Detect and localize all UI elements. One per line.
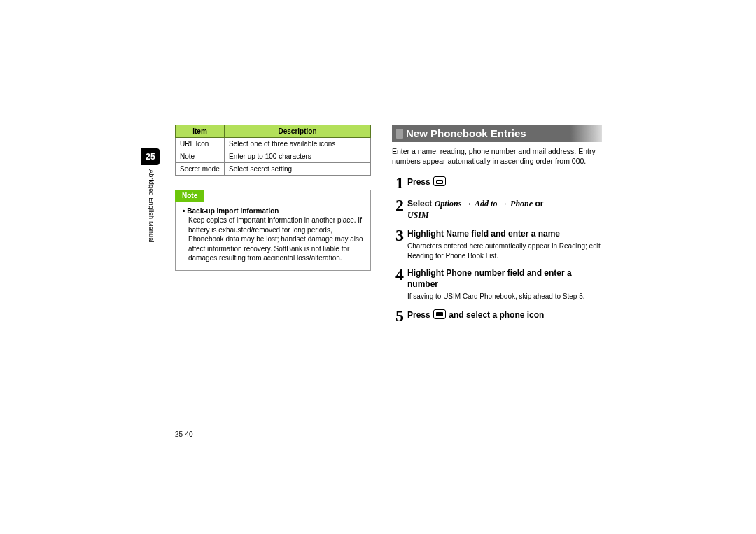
note-body-text: Keep copies of important information in …: [188, 216, 363, 263]
step-number: 5: [392, 307, 407, 324]
cell-desc: Select secret setting: [225, 163, 371, 176]
step-sub: If saving to USIM Card Phonebook, skip a…: [407, 292, 602, 302]
step-text: Press: [407, 310, 433, 320]
cell-item: Note: [176, 150, 225, 163]
arrow-icon: →: [497, 199, 510, 209]
chapter-tab: 25: [141, 148, 160, 165]
table-row: URL Icon Select one of three available i…: [176, 138, 371, 150]
step-4: 4 Highlight Phone number field and enter…: [392, 266, 602, 302]
step-1: 1 Press: [392, 174, 602, 191]
cell-item: Secret mode: [176, 163, 225, 176]
note-box: Note Back-up Import Information Keep cop…: [175, 190, 371, 271]
menu-option: USIM: [407, 210, 429, 220]
step-5: 5 Press and select a phone icon: [392, 307, 602, 324]
left-column: Item Description URL Icon Select one of …: [175, 125, 371, 271]
step-number: 3: [392, 227, 407, 244]
step-head: Press: [407, 176, 602, 188]
step-head: Highlight Phone number field and enter a…: [407, 268, 602, 290]
menu-option: Phone: [510, 199, 533, 209]
step-text: Select: [407, 199, 435, 209]
menu-option: Options: [435, 199, 462, 209]
section-header: New Phonebook Entries: [392, 125, 602, 142]
center-key-icon: [433, 309, 446, 319]
right-column: New Phonebook Entries Enter a name, read…: [392, 125, 602, 330]
arrow-icon: →: [461, 199, 475, 209]
step-text: and select a phone icon: [447, 310, 544, 320]
step-text: Press: [407, 177, 433, 187]
note-bullet-title: Back-up Import Information: [183, 206, 363, 216]
table-row: Secret mode Select secret setting: [176, 163, 371, 176]
th-item: Item: [176, 125, 225, 138]
step-number: 4: [392, 266, 407, 283]
cell-desc: Enter up to 100 characters: [225, 150, 371, 163]
menu-option: Add to: [475, 199, 497, 209]
side-label: Abridged English Manual: [148, 169, 155, 243]
cell-item: URL Icon: [176, 138, 225, 150]
step-3: 3 Highlight Name field and enter a name …: [392, 227, 602, 261]
section-intro: Enter a name, reading, phone number and …: [392, 146, 602, 166]
step-head: Highlight Name field and enter a name: [407, 229, 602, 240]
note-label: Note: [175, 190, 204, 202]
nav-key-icon: [433, 176, 446, 186]
step-text: or: [533, 199, 543, 209]
step-2: 2 Select Options → Add to → Phone or USI…: [392, 197, 602, 220]
table-row: Note Enter up to 100 characters: [176, 150, 371, 163]
step-head: Select Options → Add to → Phone or USIM: [407, 199, 602, 220]
step-head: Press and select a phone icon: [407, 309, 602, 321]
step-number: 1: [392, 174, 407, 191]
step-sub: Characters entered here automatically ap…: [407, 241, 602, 260]
spec-table: Item Description URL Icon Select one of …: [175, 125, 371, 176]
cell-desc: Select one of three available icons: [225, 138, 371, 150]
page-number: 25-40: [175, 430, 193, 438]
manual-page: 25 Abridged English Manual Item Descript…: [141, 119, 615, 438]
step-number: 2: [392, 197, 407, 213]
th-desc: Description: [225, 125, 371, 138]
